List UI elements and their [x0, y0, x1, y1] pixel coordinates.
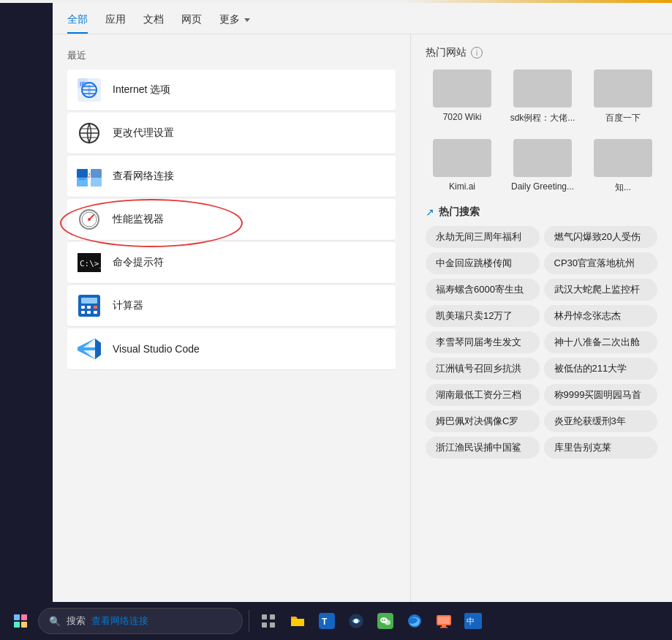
- sites-grid-row2: Kimi.ai Daily Greeting... 知...: [426, 139, 657, 194]
- svg-text:中: 中: [467, 617, 475, 625]
- svg-rect-23: [81, 298, 97, 304]
- tabs-row: 全部 应用 文档 网页 更多: [53, 3, 672, 34]
- hot-search-item[interactable]: 燃气闪爆致20人受伤: [544, 226, 658, 248]
- right-panel: 热门网站 i 7020 Wiki sdk例程：大佬... 百度一下: [411, 34, 672, 602]
- hot-search-grid: 永劫无间三周年福利 燃气闪爆致20人受伤 中金回应跳楼传闻 CP30官宣落地杭州…: [426, 226, 657, 459]
- hot-sites-header: 热门网站 i: [426, 46, 657, 59]
- svg-point-37: [354, 619, 358, 623]
- hot-search-item[interactable]: 称9999买圆明园马首: [544, 384, 658, 406]
- left-panel: 最近 IE Internet 选项: [53, 34, 411, 602]
- list-item[interactable]: Visual Studio Code: [67, 328, 396, 370]
- list-item[interactable]: 性能监视器: [67, 199, 396, 241]
- proxy-settings-label: 更改代理设置: [113, 127, 174, 140]
- hot-search-item[interactable]: 武汉大蛇爬上监控杆: [544, 279, 658, 301]
- search-label: 搜索: [67, 614, 86, 628]
- internet-options-label: Internet 选项: [113, 83, 170, 97]
- svg-rect-33: [270, 622, 275, 628]
- site-thumb: [513, 69, 572, 108]
- svg-rect-11: [77, 169, 88, 178]
- chevron-down-icon: [244, 18, 250, 22]
- search-typed-text: 查看网络连接: [91, 614, 148, 628]
- list-item-network[interactable]: 查看网络连接: [67, 156, 396, 197]
- taskbar-search-bar[interactable]: 🔍 搜索 查看网络连接: [38, 608, 243, 634]
- list-item[interactable]: 更改代理设置: [67, 113, 396, 154]
- vscode-icon: [76, 336, 102, 362]
- site-thumb: [433, 69, 491, 108]
- svg-point-40: [385, 620, 390, 625]
- site-name: 百度一下: [605, 112, 641, 124]
- list-item[interactable]: 计算器: [67, 285, 396, 327]
- hot-search-item[interactable]: 库里告别克莱: [544, 437, 658, 459]
- site-card[interactable]: 知...: [586, 139, 660, 194]
- hot-search-item[interactable]: CP30官宣落地杭州: [544, 252, 658, 274]
- trend-icon: ↗: [426, 206, 434, 218]
- hot-search-title: 热门搜索: [439, 206, 480, 219]
- task-view-button[interactable]: [255, 608, 282, 634]
- hot-search-item[interactable]: 炎亚纶获缓刑3年: [544, 410, 658, 432]
- network-button[interactable]: [343, 608, 369, 634]
- tab-apps[interactable]: 应用: [105, 13, 126, 34]
- site-name: 7020 Wiki: [443, 112, 482, 122]
- network-connections-icon: [76, 163, 102, 189]
- perf-monitor-label: 性能监视器: [113, 213, 164, 226]
- site-card[interactable]: Daily Greeting...: [506, 139, 579, 194]
- hot-search-item[interactable]: 浙江渔民误捕中国鲨: [426, 437, 540, 459]
- svg-point-42: [384, 620, 385, 621]
- tab-docs[interactable]: 文档: [143, 13, 164, 34]
- sites-grid: 7020 Wiki sdk例程：大佬... 百度一下: [426, 69, 657, 124]
- cmd-icon: C:\>_: [76, 249, 102, 276]
- file-explorer-button[interactable]: [284, 608, 311, 634]
- svg-rect-45: [438, 617, 450, 624]
- site-card[interactable]: sdk例程：大佬...: [506, 69, 579, 124]
- hot-search-item[interactable]: 中金回应跳楼传闻: [426, 252, 540, 274]
- hot-search-item[interactable]: 姆巴佩对决偶像C罗: [426, 410, 540, 432]
- site-name: 知...: [615, 181, 631, 194]
- svg-rect-24: [81, 306, 85, 309]
- vscode-label: Visual Studio Code: [113, 343, 200, 355]
- hot-search-item[interactable]: 李雪琴同届考生发文: [426, 331, 540, 353]
- svg-rect-13: [77, 178, 88, 187]
- language-indicator[interactable]: 中: [460, 608, 486, 634]
- site-thumb: [594, 69, 652, 108]
- windows-icon: [14, 614, 27, 628]
- svg-rect-32: [262, 622, 267, 628]
- tab-all[interactable]: 全部: [67, 13, 88, 34]
- hot-search-item[interactable]: 福寿螺含6000寄生虫: [426, 279, 540, 301]
- info-icon[interactable]: i: [471, 47, 483, 59]
- tailscale-button[interactable]: T: [314, 608, 340, 634]
- list-item[interactable]: IE Internet 选项: [67, 69, 396, 111]
- svg-rect-25: [87, 306, 91, 309]
- svg-point-41: [382, 620, 383, 621]
- site-thumb: [594, 139, 652, 177]
- site-card[interactable]: 7020 Wiki: [426, 69, 499, 124]
- windows-sidebar: [0, 3, 53, 602]
- site-thumb: [433, 139, 491, 177]
- hot-search-header: ↗ 热门搜索: [426, 206, 657, 219]
- site-card[interactable]: Kimi.ai: [426, 139, 499, 194]
- edge-button[interactable]: [401, 608, 428, 634]
- tab-web[interactable]: 网页: [181, 13, 202, 34]
- site-card[interactable]: 百度一下: [586, 69, 660, 124]
- svg-rect-46: [442, 625, 446, 627]
- hot-search-item[interactable]: 湖南最低工资分三档: [426, 384, 540, 406]
- wechat-button[interactable]: [372, 608, 399, 634]
- svg-point-19: [88, 218, 91, 221]
- hot-search-item[interactable]: 凯美瑞只卖12万了: [426, 305, 540, 327]
- hot-search-item[interactable]: 林丹悼念张志杰: [544, 305, 658, 327]
- hot-search-item[interactable]: 江洲镇号召回乡抗洪: [426, 358, 540, 380]
- svg-rect-47: [440, 627, 448, 628]
- start-button[interactable]: [6, 606, 35, 636]
- hot-search-item[interactable]: 神十八准备二次出舱: [544, 331, 658, 353]
- remote-desktop-button[interactable]: [431, 608, 457, 634]
- list-item[interactable]: C:\>_ 命令提示符: [67, 242, 396, 284]
- calculator-label: 计算器: [113, 299, 143, 312]
- proxy-settings-icon: [76, 120, 102, 146]
- hot-search-item[interactable]: 被低估的211大学: [544, 358, 658, 380]
- calculator-icon: [76, 293, 102, 319]
- site-name: Kimi.ai: [449, 181, 475, 192]
- svg-rect-26: [94, 306, 97, 309]
- site-name: Daily Greeting...: [511, 181, 574, 192]
- tab-more[interactable]: 更多: [219, 13, 250, 34]
- svg-rect-31: [270, 614, 275, 620]
- hot-search-item[interactable]: 永劫无间三周年福利: [426, 226, 540, 248]
